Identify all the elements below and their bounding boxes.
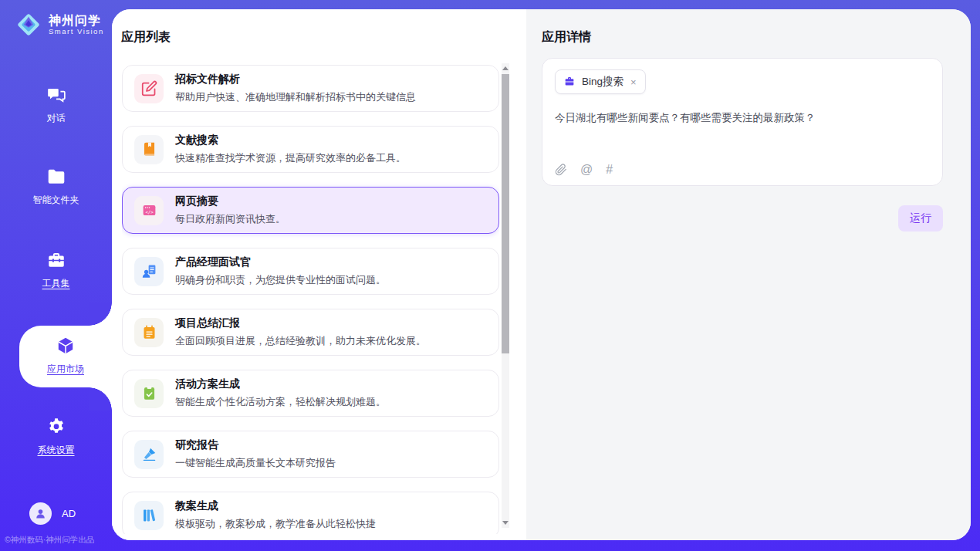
app-card-name: 产品经理面试官	[175, 255, 386, 269]
scrollbar-down-arrow-icon[interactable]	[502, 521, 509, 525]
at-icon[interactable]: @	[580, 164, 593, 176]
tool-tag-close-icon[interactable]: ×	[630, 76, 637, 88]
main-container: 应用列表 招标文件解析 帮助用户快速、准确地理解和解析招标书中的关键信息	[112, 9, 971, 540]
app-detail-panel: 应用详情 Bing搜索 × 今日湖北有哪些新闻要点？有哪些需要关注的最新政策？ …	[526, 9, 971, 540]
toolbox-icon	[46, 250, 66, 270]
app-card-name: 项目总结汇报	[175, 316, 426, 330]
diamond-logo-icon	[14, 10, 43, 39]
brand-name: 神州问学	[49, 14, 104, 28]
app-card-list: 招标文件解析 帮助用户快速、准确地理解和解析招标书中的关键信息 文献搜索 快速精…	[122, 65, 499, 534]
app-card-project-summary[interactable]: 项目总结汇报 全面回顾项目进展，总结经验教训，助力未来优化发展。	[122, 309, 499, 356]
clipboard-check-icon	[134, 379, 164, 408]
app-card-name: 文献搜索	[175, 134, 406, 147]
sidebar-item-label: 系统设置	[0, 444, 112, 457]
app-card-description: 帮助用户快速、准确地理解和解析招标书中的关键信息	[175, 90, 416, 104]
edit-document-icon	[134, 74, 164, 103]
question-input[interactable]: 今日湖北有哪些新闻要点？有哪些需要关注的最新政策？	[555, 111, 930, 125]
brand-logo: 神州问学 Smart Vision	[14, 10, 104, 39]
app-card-literature-search[interactable]: 文献搜索 快速精准查找学术资源，提高研究效率的必备工具。	[122, 126, 499, 173]
sidebar-item-label: 工具集	[0, 277, 112, 290]
user-avatar[interactable]	[29, 502, 52, 525]
sidebar-item-label: 应用市场	[19, 363, 112, 376]
books-icon	[134, 501, 164, 530]
sidebar: 神州问学 Smart Vision 对话 智能文件夹 工具集 应用市场	[0, 0, 112, 551]
prompt-card: Bing搜索 × 今日湖北有哪些新闻要点？有哪些需要关注的最新政策？ @ #	[542, 58, 943, 186]
app-card-name: 网页摘要	[175, 194, 286, 208]
app-card-research-report[interactable]: 研究报告 一键智能生成高质量长文本研究报告	[122, 431, 499, 478]
report-calendar-icon	[134, 318, 164, 347]
user-initials: AD	[62, 508, 76, 519]
attachment-toolbar: @ #	[555, 164, 930, 176]
app-card-name: 研究报告	[175, 438, 336, 452]
app-card-description: 快速精准查找学术资源，提高研究效率的必备工具。	[175, 151, 406, 165]
cube-icon	[56, 336, 76, 356]
person-icon	[34, 507, 47, 520]
app-card-description: 全面回顾项目进展，总结经验教训，助力未来优化发展。	[175, 334, 426, 348]
app-card-web-summary[interactable]: </> 网页摘要 每日政府新闻资讯快查。	[122, 187, 499, 234]
sidebar-item-chat[interactable]: 对话	[0, 85, 112, 125]
app-card-description: 一键智能生成高质量长文本研究报告	[175, 456, 336, 470]
app-list-title: 应用列表	[121, 29, 171, 46]
tool-tag-bing-search[interactable]: Bing搜索 ×	[555, 69, 646, 94]
brand-tagline: Smart Vision	[49, 28, 104, 35]
research-pen-icon	[134, 440, 164, 469]
chat-icon	[46, 85, 66, 105]
app-card-bid-parse[interactable]: 招标文件解析 帮助用户快速、准确地理解和解析招标书中的关键信息	[122, 65, 499, 112]
run-button[interactable]: 运行	[898, 205, 943, 232]
sidebar-item-settings[interactable]: 系统设置	[0, 417, 112, 457]
briefcase-icon	[563, 76, 576, 88]
copyright-footer: ©神州数码·神州问学出品	[5, 535, 94, 546]
app-detail-title: 应用详情	[542, 29, 943, 46]
sidebar-item-label: 智能文件夹	[0, 194, 112, 207]
browser-code-icon: </>	[134, 196, 164, 225]
paperclip-icon[interactable]	[555, 164, 567, 176]
app-card-event-plan[interactable]: 活动方案生成 智能生成个性化活动方案，轻松解决规划难题。	[122, 370, 499, 417]
sidebar-item-smart-folder[interactable]: 智能文件夹	[0, 167, 112, 207]
scrollbar-up-arrow-icon[interactable]	[502, 66, 509, 70]
app-card-name: 招标文件解析	[175, 73, 416, 86]
app-card-description: 每日政府新闻资讯快查。	[175, 212, 286, 226]
sidebar-item-app-market[interactable]: 应用市场	[19, 326, 112, 387]
book-icon	[134, 135, 164, 164]
app-card-pm-interviewer[interactable]: 产品经理面试官 明确身份和职责，为您提供专业性的面试问题。	[122, 248, 499, 295]
app-card-name: 教案生成	[175, 499, 376, 513]
list-scrollbar	[502, 63, 509, 528]
tool-tag-label: Bing搜索	[582, 75, 623, 89]
user-area: AD	[29, 502, 76, 525]
app-card-lesson-plan[interactable]: 教案生成 模板驱动，教案秒成，教学准备从此轻松快捷	[122, 492, 499, 534]
gear-icon	[46, 417, 66, 437]
svg-text:</>: </>	[145, 210, 154, 215]
app-card-name: 活动方案生成	[175, 377, 386, 391]
interviewer-icon	[134, 257, 164, 286]
sidebar-item-toolkit[interactable]: 工具集	[0, 250, 112, 290]
app-card-description: 智能生成个性化活动方案，轻松解决规划难题。	[175, 395, 386, 409]
app-card-description: 模板驱动，教案秒成，教学准备从此轻松快捷	[175, 517, 376, 531]
run-row: 运行	[542, 205, 943, 232]
app-list-panel: 应用列表 招标文件解析 帮助用户快速、准确地理解和解析招标书中的关键信息	[112, 9, 526, 540]
sidebar-item-label: 对话	[0, 112, 112, 125]
app-card-description: 明确身份和职责，为您提供专业性的面试问题。	[175, 273, 386, 287]
hash-icon[interactable]: #	[606, 164, 613, 176]
scrollbar-thumb[interactable]	[502, 74, 509, 353]
folder-icon	[46, 167, 66, 187]
